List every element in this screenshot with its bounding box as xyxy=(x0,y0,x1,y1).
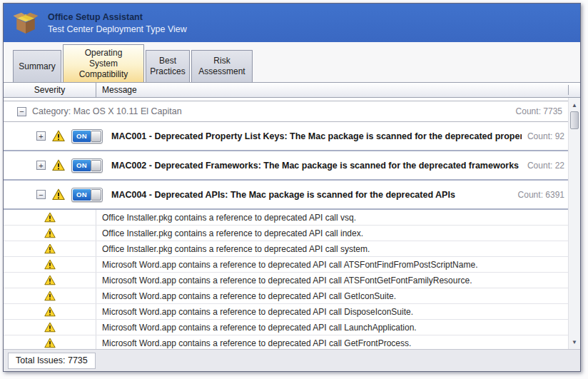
toggle-knob xyxy=(91,189,101,201)
severity-cell xyxy=(4,210,96,225)
issue-row[interactable]: Microsoft Word.app contains a reference … xyxy=(4,273,568,288)
title-block: Office Setup Assistant Test Center Deplo… xyxy=(48,12,187,34)
rule-group-row-mac001[interactable]: + ON MAC001 - Deprecated Property List K… xyxy=(4,122,568,151)
issue-row[interactable]: Microsoft Word.app contains a reference … xyxy=(4,304,568,320)
tab-strip: Summary Operating System Compatibility B… xyxy=(4,42,580,82)
severity-cell xyxy=(4,273,96,288)
tab-operating-system-compatibility[interactable]: Operating System Compatibility xyxy=(63,44,144,82)
rule-on-off-toggle[interactable]: ON xyxy=(71,158,103,173)
rule-group-row-mac004[interactable]: − ON MAC004 - Deprecated APIs: The Mac p… xyxy=(4,181,568,210)
warning-icon xyxy=(44,275,56,285)
warning-icon xyxy=(52,130,65,142)
tab-best-practices[interactable]: Best Practices xyxy=(146,50,190,82)
issue-row[interactable]: Microsoft Word.app contains a reference … xyxy=(4,288,568,304)
expand-icon[interactable]: + xyxy=(36,131,46,141)
collapse-icon[interactable]: − xyxy=(36,190,46,199)
title-bar: Office Setup Assistant Test Center Deplo… xyxy=(4,4,580,42)
toggle-on-label: ON xyxy=(73,189,91,201)
rule-title: MAC001 - Deprecated Property List Keys: … xyxy=(111,131,522,141)
message-cell: Microsoft Word.app contains a reference … xyxy=(96,304,568,319)
message-cell: Microsoft Word.app contains a reference … xyxy=(96,288,568,303)
warning-icon xyxy=(52,159,65,171)
issue-row[interactable]: Microsoft Word.app contains a reference … xyxy=(4,257,568,273)
tab-summary[interactable]: Summary xyxy=(13,50,61,82)
app-title: Office Setup Assistant xyxy=(48,12,187,22)
issue-row[interactable]: Microsoft Word.app contains a reference … xyxy=(4,335,568,349)
severity-cell xyxy=(4,241,96,256)
toggle-on-label: ON xyxy=(73,160,91,171)
status-bar: Total Issues: 7735 xyxy=(4,349,580,371)
rule-on-off-toggle[interactable]: ON xyxy=(71,188,103,202)
message-cell: Microsoft Word.app contains a reference … xyxy=(96,273,568,288)
rule-count: Count: 22 xyxy=(522,161,564,171)
issue-row[interactable]: Office Installer.pkg contains a referenc… xyxy=(4,226,568,241)
severity-cell xyxy=(4,226,96,241)
vertical-scrollbar[interactable]: ▲ ▼ xyxy=(568,98,580,349)
message-cell: Office Installer.pkg contains a referenc… xyxy=(96,210,568,225)
rule-title: MAC004 - Deprecated APIs: The Mac packag… xyxy=(111,190,455,200)
toggle-on-label: ON xyxy=(73,131,91,142)
column-header-message[interactable]: Message xyxy=(96,85,568,95)
column-header-severity[interactable]: Severity xyxy=(4,83,96,97)
category-count: Count: 7735 xyxy=(510,106,562,116)
severity-cell xyxy=(4,288,96,303)
message-cell: Microsoft Word.app contains a reference … xyxy=(96,335,568,349)
warning-icon xyxy=(44,228,56,238)
expand-icon[interactable]: + xyxy=(36,161,46,170)
category-label: Category: Mac OS X 10.11 El Capitan xyxy=(32,106,182,116)
severity-cell xyxy=(4,335,96,349)
rule-count: Count: 6391 xyxy=(512,190,564,200)
warning-icon xyxy=(44,290,56,301)
message-cell: Microsoft Word.app contains a reference … xyxy=(96,320,568,335)
scrollbar-up-button[interactable]: ▲ xyxy=(569,99,580,111)
rule-count: Count: 92 xyxy=(522,131,564,141)
issue-row[interactable]: Office Installer.pkg contains a referenc… xyxy=(4,210,568,226)
rule-on-off-toggle[interactable]: ON xyxy=(71,129,103,143)
grid-rows: − Category: Mac OS X 10.11 El Capitan Co… xyxy=(4,98,568,349)
message-cell: Microsoft Word.app contains a reference … xyxy=(96,257,568,272)
issues-grid: − Category: Mac OS X 10.11 El Capitan Co… xyxy=(4,98,580,349)
toggle-knob xyxy=(91,131,101,142)
warning-icon xyxy=(52,188,65,201)
package-box-icon xyxy=(12,11,39,35)
category-row[interactable]: − Category: Mac OS X 10.11 El Capitan Co… xyxy=(4,101,568,122)
issue-row[interactable]: Microsoft Word.app contains a reference … xyxy=(4,320,568,335)
total-issues-box: Total Issues: 7735 xyxy=(8,353,96,369)
warning-icon xyxy=(44,306,56,317)
grid-column-headers: Severity Message xyxy=(4,82,580,98)
severity-cell xyxy=(4,257,96,272)
app-window: Office Setup Assistant Test Center Deplo… xyxy=(3,3,581,372)
scrollbar-down-button[interactable]: ▼ xyxy=(569,336,580,348)
tab-risk-assessment[interactable]: Risk Assessment xyxy=(191,50,253,82)
rule-title: MAC002 - Deprecated Frameworks: The Mac … xyxy=(111,161,519,171)
collapse-icon[interactable]: − xyxy=(17,107,26,116)
column-header-end-divider xyxy=(568,85,580,95)
warning-icon xyxy=(44,212,56,223)
message-cell: Office Installer.pkg contains a referenc… xyxy=(96,226,568,241)
warning-icon xyxy=(44,338,56,348)
scrollbar-thumb[interactable] xyxy=(570,111,579,129)
app-subtitle: Test Center Deployment Type View xyxy=(48,24,187,34)
message-cell: Office Installer.pkg contains a referenc… xyxy=(96,241,568,256)
severity-cell xyxy=(4,320,96,335)
warning-icon xyxy=(44,259,56,270)
severity-cell xyxy=(4,304,96,319)
warning-icon xyxy=(44,243,56,254)
rule-group-row-mac002[interactable]: + ON MAC002 - Deprecated Frameworks: The… xyxy=(4,151,568,181)
issue-row[interactable]: Office Installer.pkg contains a referenc… xyxy=(4,241,568,257)
toggle-knob xyxy=(91,160,101,171)
warning-icon xyxy=(44,322,56,333)
